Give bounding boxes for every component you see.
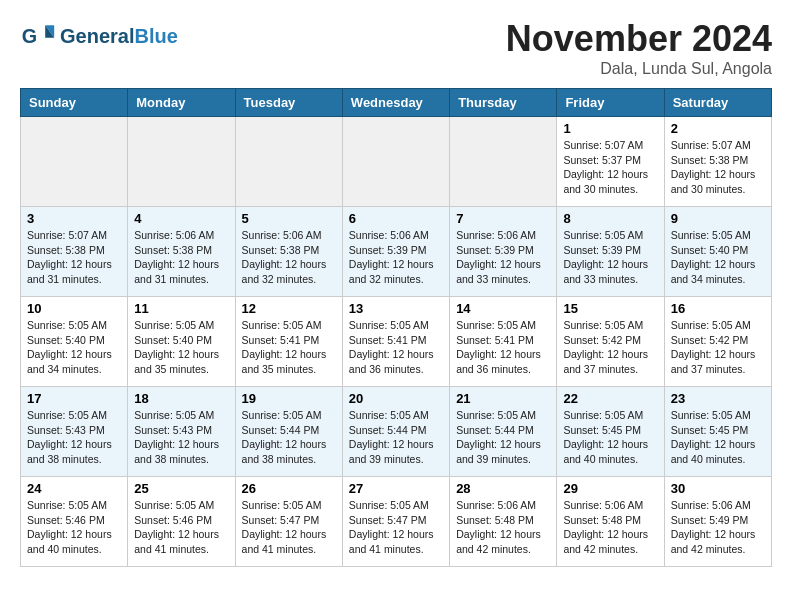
day-number: 23 (671, 391, 765, 406)
day-info: Sunrise: 5:06 AMSunset: 5:48 PMDaylight:… (563, 498, 657, 557)
calendar-cell: 9Sunrise: 5:05 AMSunset: 5:40 PMDaylight… (664, 207, 771, 297)
calendar-row-5: 24Sunrise: 5:05 AMSunset: 5:46 PMDayligh… (21, 477, 772, 567)
weekday-sunday: Sunday (21, 89, 128, 117)
calendar-cell: 20Sunrise: 5:05 AMSunset: 5:44 PMDayligh… (342, 387, 449, 477)
calendar-cell: 29Sunrise: 5:06 AMSunset: 5:48 PMDayligh… (557, 477, 664, 567)
calendar-row-4: 17Sunrise: 5:05 AMSunset: 5:43 PMDayligh… (21, 387, 772, 477)
logo-icon: G (20, 18, 56, 54)
day-info: Sunrise: 5:05 AMSunset: 5:42 PMDaylight:… (671, 318, 765, 377)
month-title: November 2024 (506, 18, 772, 60)
day-number: 4 (134, 211, 228, 226)
page-header: G GeneralBlue November 2024 Dala, Lunda … (0, 0, 792, 88)
day-info: Sunrise: 5:05 AMSunset: 5:45 PMDaylight:… (671, 408, 765, 467)
calendar-cell: 4Sunrise: 5:06 AMSunset: 5:38 PMDaylight… (128, 207, 235, 297)
day-info: Sunrise: 5:05 AMSunset: 5:44 PMDaylight:… (456, 408, 550, 467)
day-info: Sunrise: 5:06 AMSunset: 5:38 PMDaylight:… (134, 228, 228, 287)
calendar-cell: 12Sunrise: 5:05 AMSunset: 5:41 PMDayligh… (235, 297, 342, 387)
calendar-cell: 18Sunrise: 5:05 AMSunset: 5:43 PMDayligh… (128, 387, 235, 477)
day-info: Sunrise: 5:06 AMSunset: 5:39 PMDaylight:… (456, 228, 550, 287)
day-number: 2 (671, 121, 765, 136)
weekday-monday: Monday (128, 89, 235, 117)
day-info: Sunrise: 5:05 AMSunset: 5:41 PMDaylight:… (242, 318, 336, 377)
calendar-cell: 2Sunrise: 5:07 AMSunset: 5:38 PMDaylight… (664, 117, 771, 207)
calendar-cell: 24Sunrise: 5:05 AMSunset: 5:46 PMDayligh… (21, 477, 128, 567)
calendar-cell: 16Sunrise: 5:05 AMSunset: 5:42 PMDayligh… (664, 297, 771, 387)
day-number: 15 (563, 301, 657, 316)
day-info: Sunrise: 5:05 AMSunset: 5:42 PMDaylight:… (563, 318, 657, 377)
svg-text:G: G (22, 25, 37, 47)
day-info: Sunrise: 5:06 AMSunset: 5:38 PMDaylight:… (242, 228, 336, 287)
calendar-cell (450, 117, 557, 207)
page-container: G GeneralBlue November 2024 Dala, Lunda … (0, 0, 792, 577)
calendar-cell: 17Sunrise: 5:05 AMSunset: 5:43 PMDayligh… (21, 387, 128, 477)
day-number: 18 (134, 391, 228, 406)
day-info: Sunrise: 5:06 AMSunset: 5:49 PMDaylight:… (671, 498, 765, 557)
day-number: 12 (242, 301, 336, 316)
day-info: Sunrise: 5:05 AMSunset: 5:47 PMDaylight:… (349, 498, 443, 557)
calendar-cell (128, 117, 235, 207)
day-number: 22 (563, 391, 657, 406)
day-info: Sunrise: 5:06 AMSunset: 5:39 PMDaylight:… (349, 228, 443, 287)
day-info: Sunrise: 5:05 AMSunset: 5:44 PMDaylight:… (349, 408, 443, 467)
calendar-cell: 1Sunrise: 5:07 AMSunset: 5:37 PMDaylight… (557, 117, 664, 207)
calendar-row-1: 1Sunrise: 5:07 AMSunset: 5:37 PMDaylight… (21, 117, 772, 207)
day-number: 1 (563, 121, 657, 136)
day-info: Sunrise: 5:05 AMSunset: 5:46 PMDaylight:… (27, 498, 121, 557)
weekday-wednesday: Wednesday (342, 89, 449, 117)
calendar-cell: 21Sunrise: 5:05 AMSunset: 5:44 PMDayligh… (450, 387, 557, 477)
weekday-friday: Friday (557, 89, 664, 117)
location: Dala, Lunda Sul, Angola (506, 60, 772, 78)
calendar-cell: 5Sunrise: 5:06 AMSunset: 5:38 PMDaylight… (235, 207, 342, 297)
calendar-cell (342, 117, 449, 207)
day-number: 19 (242, 391, 336, 406)
day-info: Sunrise: 5:05 AMSunset: 5:40 PMDaylight:… (134, 318, 228, 377)
calendar-cell: 15Sunrise: 5:05 AMSunset: 5:42 PMDayligh… (557, 297, 664, 387)
title-section: November 2024 Dala, Lunda Sul, Angola (506, 18, 772, 78)
day-number: 21 (456, 391, 550, 406)
logo: G GeneralBlue (20, 18, 178, 54)
day-info: Sunrise: 5:05 AMSunset: 5:40 PMDaylight:… (671, 228, 765, 287)
day-number: 16 (671, 301, 765, 316)
calendar-cell: 27Sunrise: 5:05 AMSunset: 5:47 PMDayligh… (342, 477, 449, 567)
day-number: 20 (349, 391, 443, 406)
day-info: Sunrise: 5:05 AMSunset: 5:43 PMDaylight:… (27, 408, 121, 467)
calendar-cell: 23Sunrise: 5:05 AMSunset: 5:45 PMDayligh… (664, 387, 771, 477)
day-info: Sunrise: 5:05 AMSunset: 5:44 PMDaylight:… (242, 408, 336, 467)
weekday-tuesday: Tuesday (235, 89, 342, 117)
calendar-row-3: 10Sunrise: 5:05 AMSunset: 5:40 PMDayligh… (21, 297, 772, 387)
weekday-saturday: Saturday (664, 89, 771, 117)
day-number: 24 (27, 481, 121, 496)
day-number: 17 (27, 391, 121, 406)
day-info: Sunrise: 5:07 AMSunset: 5:37 PMDaylight:… (563, 138, 657, 197)
day-info: Sunrise: 5:07 AMSunset: 5:38 PMDaylight:… (27, 228, 121, 287)
day-info: Sunrise: 5:05 AMSunset: 5:43 PMDaylight:… (134, 408, 228, 467)
day-number: 29 (563, 481, 657, 496)
day-number: 14 (456, 301, 550, 316)
day-info: Sunrise: 5:05 AMSunset: 5:41 PMDaylight:… (349, 318, 443, 377)
weekday-thursday: Thursday (450, 89, 557, 117)
day-number: 9 (671, 211, 765, 226)
calendar-cell: 26Sunrise: 5:05 AMSunset: 5:47 PMDayligh… (235, 477, 342, 567)
calendar-table: SundayMondayTuesdayWednesdayThursdayFrid… (20, 88, 772, 567)
day-number: 13 (349, 301, 443, 316)
calendar-cell: 11Sunrise: 5:05 AMSunset: 5:40 PMDayligh… (128, 297, 235, 387)
logo-blue: Blue (134, 25, 177, 47)
day-number: 30 (671, 481, 765, 496)
day-number: 11 (134, 301, 228, 316)
calendar-cell: 28Sunrise: 5:06 AMSunset: 5:48 PMDayligh… (450, 477, 557, 567)
calendar-cell: 30Sunrise: 5:06 AMSunset: 5:49 PMDayligh… (664, 477, 771, 567)
calendar-cell: 14Sunrise: 5:05 AMSunset: 5:41 PMDayligh… (450, 297, 557, 387)
calendar-cell (235, 117, 342, 207)
calendar-cell: 8Sunrise: 5:05 AMSunset: 5:39 PMDaylight… (557, 207, 664, 297)
day-info: Sunrise: 5:05 AMSunset: 5:46 PMDaylight:… (134, 498, 228, 557)
calendar-cell (21, 117, 128, 207)
day-number: 6 (349, 211, 443, 226)
calendar-row-2: 3Sunrise: 5:07 AMSunset: 5:38 PMDaylight… (21, 207, 772, 297)
day-number: 27 (349, 481, 443, 496)
calendar-cell: 13Sunrise: 5:05 AMSunset: 5:41 PMDayligh… (342, 297, 449, 387)
calendar-cell: 22Sunrise: 5:05 AMSunset: 5:45 PMDayligh… (557, 387, 664, 477)
day-number: 25 (134, 481, 228, 496)
calendar-cell: 7Sunrise: 5:06 AMSunset: 5:39 PMDaylight… (450, 207, 557, 297)
calendar-cell: 19Sunrise: 5:05 AMSunset: 5:44 PMDayligh… (235, 387, 342, 477)
calendar-cell: 6Sunrise: 5:06 AMSunset: 5:39 PMDaylight… (342, 207, 449, 297)
